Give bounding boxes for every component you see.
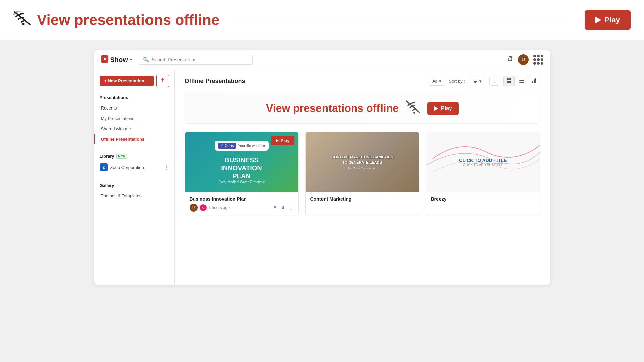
biz-card-content: ✓ Coris Your life watcher BUSINESSINNOVA… bbox=[215, 141, 268, 184]
main-content: Offline Presentations All ▾ Sort by : ▾ bbox=[175, 69, 550, 285]
logo-dropdown-icon[interactable]: ▾ bbox=[130, 57, 132, 62]
notification-bell-icon[interactable] bbox=[507, 56, 513, 64]
svg-text:Z: Z bbox=[102, 166, 104, 169]
sort-dropdown-icon: ▾ bbox=[479, 79, 482, 84]
offline-promo-banner: View presentations offline Play bbox=[185, 93, 540, 124]
app-logo: Show ▾ bbox=[101, 55, 132, 64]
presentations-section-title: Presentations bbox=[94, 92, 174, 103]
check-badge: ✓ Coris bbox=[218, 143, 236, 149]
wifi-off-banner-icon bbox=[405, 100, 421, 117]
svg-rect-9 bbox=[474, 81, 477, 82]
biz-subtitle: Cora, Medical Watch Prototype bbox=[215, 180, 268, 184]
app-grid-icon[interactable] bbox=[533, 55, 543, 65]
card-thumbnail-breezy: CLICK TO ADD TITLE CLICK TO ADD SUBTITLE bbox=[426, 132, 540, 192]
logo-text: Show bbox=[110, 56, 128, 64]
svg-rect-16 bbox=[519, 80, 524, 81]
sort-direction-button[interactable]: ↓ bbox=[489, 77, 499, 86]
more-action-icon[interactable]: ⋮ bbox=[289, 205, 294, 211]
svg-rect-12 bbox=[509, 78, 511, 80]
card-info-content: Content Marketing bbox=[306, 192, 419, 208]
upload-button[interactable] bbox=[156, 75, 169, 87]
card-title-content: Content Marketing bbox=[310, 196, 414, 202]
chart-view-button[interactable] bbox=[529, 76, 540, 86]
play-triangle-icon bbox=[595, 17, 601, 23]
library-new-badge: New bbox=[116, 154, 127, 159]
card-title-biz: Business Innovation Plan bbox=[190, 196, 294, 202]
svg-rect-15 bbox=[519, 79, 524, 79]
content-controls: All ▾ Sort by : ▾ ↓ bbox=[429, 76, 540, 86]
svg-rect-8 bbox=[473, 80, 478, 80]
download-action-icon[interactable]: ⬇ bbox=[281, 205, 285, 211]
sidebar: + New Presentation Presentations Recents… bbox=[94, 69, 175, 285]
play-overlay-button[interactable]: Play bbox=[271, 136, 294, 145]
new-presentation-row: + New Presentation bbox=[94, 75, 174, 92]
banner-divider bbox=[233, 20, 571, 20]
zoho-corporation-item[interactable]: Z Zoho Corporation ⋮ bbox=[94, 161, 174, 173]
app-header: Show ▾ 🔍 U bbox=[94, 50, 550, 69]
zoho-icon: Z bbox=[100, 163, 108, 171]
svg-rect-14 bbox=[509, 81, 511, 83]
card-business-innovation-plan: Play ✓ Coris Your life watcher BUSINESSI… bbox=[185, 132, 299, 216]
card-info-breezy: Breezy bbox=[426, 192, 540, 208]
sort-label: Sort by : bbox=[449, 79, 465, 84]
content-header: Offline Presentations All ▾ Sort by : ▾ bbox=[185, 76, 540, 86]
play-triangle-banner-icon bbox=[434, 106, 438, 111]
filter-all-button[interactable]: All ▾ bbox=[429, 77, 445, 86]
search-input[interactable] bbox=[152, 57, 248, 62]
sort-options-button[interactable]: ▾ bbox=[469, 77, 485, 86]
svg-point-1 bbox=[22, 23, 25, 25]
offline-banner-title: View presentations offline bbox=[266, 102, 399, 115]
card-actions-biz: 👁 ⬇ ⋮ bbox=[273, 205, 294, 211]
card-thumbnail-content: CONTENT MARKETING CAMPAIGNTO GENERATE LE… bbox=[306, 132, 419, 192]
biz-badge: ✓ Coris Your life watcher bbox=[215, 141, 268, 151]
cards-grid: Play ✓ Coris Your life watcher BUSINESSI… bbox=[185, 132, 540, 216]
new-presentation-button[interactable]: + New Presentation bbox=[100, 76, 154, 86]
card-title-breezy: Breezy bbox=[431, 196, 535, 202]
svg-rect-10 bbox=[474, 82, 476, 83]
author-avatar-main: U bbox=[190, 204, 198, 212]
view-action-icon[interactable]: 👁 bbox=[273, 205, 278, 211]
wifi-off-icon bbox=[13, 11, 31, 29]
card-time-biz: 1 hours ago bbox=[209, 205, 230, 210]
play-button-banner[interactable]: Play bbox=[427, 102, 459, 115]
zoho-more-icon[interactable]: ⋮ bbox=[164, 164, 169, 171]
card-meta-biz: U A 1 hours ago 👁 ⬇ ⋮ bbox=[190, 204, 294, 212]
svg-rect-20 bbox=[535, 78, 536, 83]
svg-point-22 bbox=[413, 112, 415, 114]
grid-view-button[interactable] bbox=[503, 76, 515, 86]
click-to-add-title: CLICK TO ADD TITLE bbox=[459, 158, 507, 163]
sidebar-item-themes-templates[interactable]: Themes & Templates bbox=[94, 191, 174, 201]
sidebar-item-recents[interactable]: Recents bbox=[94, 103, 174, 113]
banner-title: View presentations offline bbox=[37, 12, 219, 28]
author-avatar-secondary: A bbox=[200, 204, 207, 211]
card-author-biz: U A 1 hours ago bbox=[190, 204, 230, 212]
play-button-large[interactable]: Play bbox=[585, 10, 631, 30]
library-section-title: Library New bbox=[94, 151, 174, 161]
app-body: + New Presentation Presentations Recents… bbox=[94, 69, 550, 285]
sidebar-item-offline-presentations[interactable]: Offline Presentations bbox=[94, 134, 174, 144]
svg-point-5 bbox=[510, 56, 512, 58]
svg-rect-13 bbox=[507, 81, 509, 83]
sidebar-item-my-presentations[interactable]: My Presentations bbox=[94, 113, 174, 124]
play-tri-icon bbox=[276, 139, 279, 142]
search-icon: 🔍 bbox=[143, 57, 149, 62]
breezy-text: CLICK TO ADD TITLE CLICK TO ADD SUBTITLE bbox=[459, 158, 507, 167]
top-banner: View presentations offline Play bbox=[0, 0, 644, 40]
click-to-add-subtitle: CLICK TO ADD SUBTITLE bbox=[459, 163, 507, 167]
avatar-placeholder: U bbox=[521, 57, 525, 62]
svg-rect-19 bbox=[534, 79, 535, 83]
biz-life-watcher: Your life watcher bbox=[238, 144, 265, 148]
sidebar-item-shared-with-me[interactable]: Shared with me bbox=[94, 124, 174, 134]
banner-left: View presentations offline bbox=[13, 11, 219, 29]
list-view-button[interactable] bbox=[516, 76, 527, 86]
logo-play-icon bbox=[101, 55, 108, 64]
card-breezy: CLICK TO ADD TITLE CLICK TO ADD SUBTITLE… bbox=[426, 132, 540, 216]
svg-rect-17 bbox=[519, 82, 524, 83]
gallery-section-title: Gallery bbox=[94, 180, 174, 191]
svg-rect-18 bbox=[532, 81, 533, 83]
avatar[interactable]: U bbox=[518, 54, 529, 65]
biz-title: BUSINESSINNOVATIONPLAN bbox=[215, 156, 268, 180]
zoho-label: Zoho Corporation bbox=[110, 165, 144, 170]
card-content-marketing: CONTENT MARKETING CAMPAIGNTO GENERATE LE… bbox=[305, 132, 419, 216]
view-buttons bbox=[503, 76, 540, 86]
